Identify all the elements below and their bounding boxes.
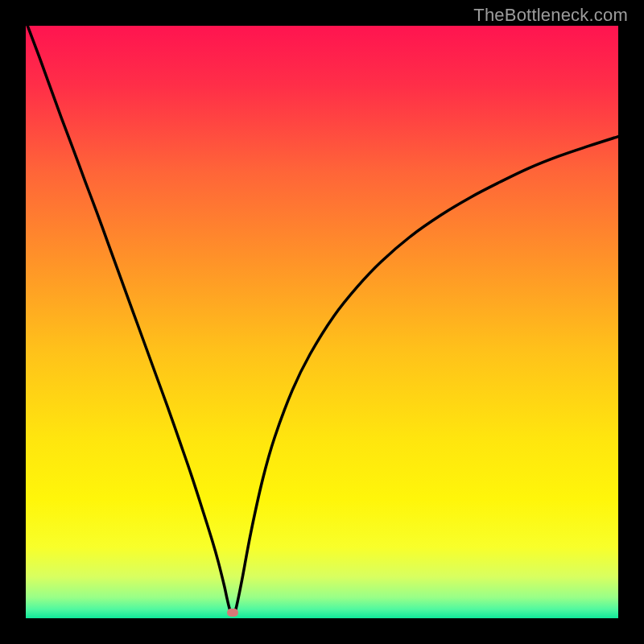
watermark-text: TheBottleneck.com (473, 5, 628, 26)
bottleneck-curve (27, 26, 618, 615)
plot-area (26, 26, 618, 618)
sweet-spot-marker (227, 609, 238, 617)
chart-frame: TheBottleneck.com (0, 0, 644, 644)
curve-layer (26, 26, 618, 618)
